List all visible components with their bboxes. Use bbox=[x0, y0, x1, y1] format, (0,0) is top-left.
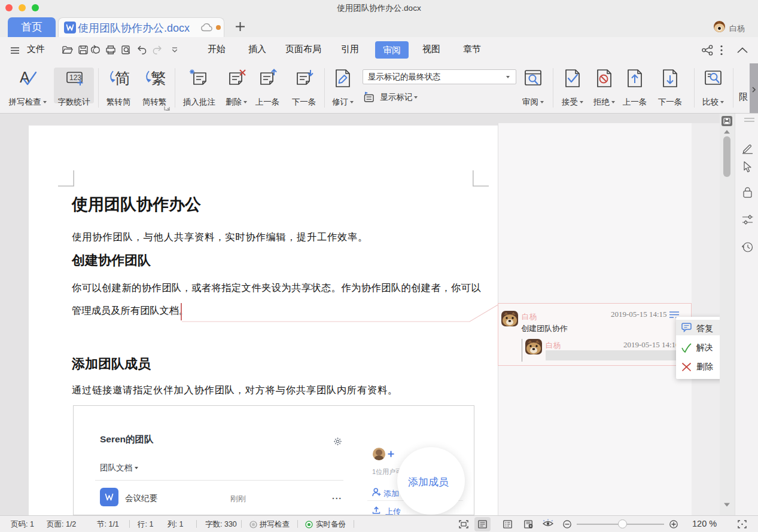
svg-text:简: 简 bbox=[115, 69, 129, 87]
svg-text:繁: 繁 bbox=[151, 69, 165, 87]
